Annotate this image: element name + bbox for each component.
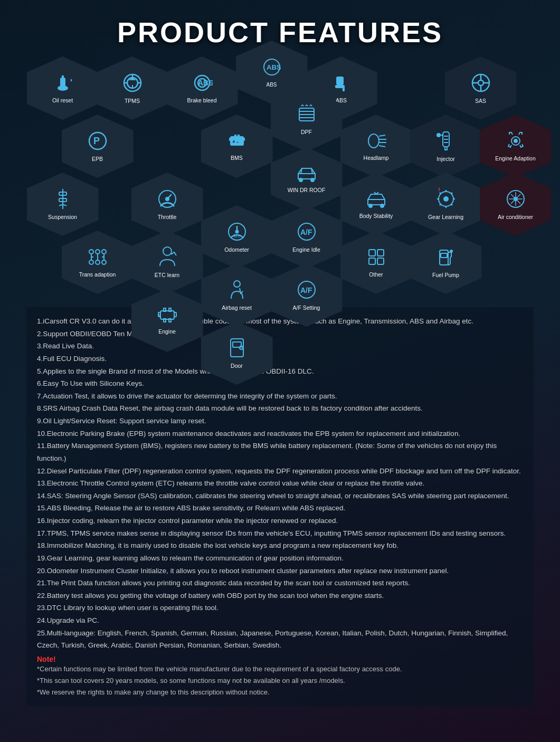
svg-point-72 xyxy=(102,260,106,264)
feature-8: 8.SRS Airbag Crash Data Reset, the airba… xyxy=(37,402,523,415)
hex-throttle[interactable]: Throttle xyxy=(131,173,203,236)
svg-text:ABS: ABS xyxy=(198,79,213,87)
epb-icon: P xyxy=(87,130,109,154)
hex-body-stability-label: Body Stability xyxy=(356,213,396,220)
win-dr-roof-icon xyxy=(296,164,318,185)
svg-point-61 xyxy=(380,204,384,208)
hex-odometer[interactable]: km Odometer xyxy=(201,205,273,269)
hex-abs-label: ABS xyxy=(263,81,280,88)
odometer-icon: km xyxy=(226,221,248,245)
abs-icon: ABS xyxy=(261,56,282,80)
headlamp-icon xyxy=(365,131,387,153)
svg-rect-83 xyxy=(377,258,384,264)
feature-2: 2.Support OBDII/EOBD Ten Modes of Operat… xyxy=(37,328,523,340)
fuel-pump-icon xyxy=(436,246,455,270)
throttle-icon xyxy=(156,188,178,212)
hex-fuel-pump[interactable]: Fuel Pump xyxy=(410,231,482,294)
engine-adaption-icon xyxy=(505,130,526,154)
svg-rect-11 xyxy=(336,77,344,85)
hex-sas[interactable]: SAS xyxy=(445,56,517,120)
seats-icon xyxy=(331,72,352,96)
note-2: *This scan tool covers 20 years models, … xyxy=(37,675,523,687)
hex-win-dr-roof[interactable]: WIN DR ROOF xyxy=(271,147,343,211)
feature-14: 14.SAS: Steering Angle Sensor (SAS) cali… xyxy=(37,490,523,502)
hex-grid-container: Oil reset TPMS xyxy=(27,56,534,305)
svg-point-71 xyxy=(96,260,100,264)
hex-tpms-label: TPMS xyxy=(121,98,143,105)
svg-text:P: P xyxy=(93,136,100,146)
feature-22: 22.Battery test allows you getting the v… xyxy=(37,589,523,602)
feature-9: 9.Oil Light/Service Reset: Support servi… xyxy=(37,415,523,427)
hex-tpms[interactable]: TPMS xyxy=(97,56,168,120)
hex-etc-learn-label: ETC learn xyxy=(151,272,183,279)
feature-11: 11.Battery Management System (BMS), regi… xyxy=(37,440,523,464)
svg-rect-88 xyxy=(164,308,166,311)
hex-throttle-label: Throttle xyxy=(155,214,180,221)
svg-point-67 xyxy=(89,250,93,254)
door-icon xyxy=(227,337,246,361)
hex-engine-idle[interactable]: A/F Engine Idle xyxy=(271,205,343,269)
bms-icon: + - xyxy=(227,131,247,153)
hex-etc-learn[interactable]: ETC learn xyxy=(131,231,203,294)
svg-rect-29 xyxy=(234,135,236,137)
engine-icon xyxy=(156,306,178,327)
svg-point-76 xyxy=(163,247,172,255)
hex-bms-label: BMS xyxy=(227,155,246,162)
hex-brake-bleed[interactable]: ABS Brake bleed xyxy=(166,56,238,120)
svg-rect-94 xyxy=(169,319,171,322)
feature-15: 15.ABS Bleeding, Release the air to rest… xyxy=(37,502,523,515)
hex-odometer-label: Odometer xyxy=(221,246,252,254)
hex-injector[interactable]: Injector xyxy=(410,115,482,178)
feature-25: 25.Multi-language: English, French, Span… xyxy=(37,627,523,652)
hex-oil-reset[interactable]: Oil reset xyxy=(27,56,99,120)
hex-body-stability[interactable]: Body Stability xyxy=(340,173,412,236)
feature-20: 20.Odometer Instrument Cluster Initializ… xyxy=(37,565,523,577)
hex-gear-learning[interactable]: ! Gear Learning xyxy=(410,173,482,236)
hex-door-label: Door xyxy=(227,363,246,370)
feature-13: 13.Electronic Throttle Control system (E… xyxy=(37,477,523,490)
svg-text:!: ! xyxy=(438,188,440,193)
note-heading: Note! xyxy=(37,655,523,663)
af-setting-icon: A/F xyxy=(296,279,318,303)
hex-gear-learning-label: Gear Learning xyxy=(425,214,467,221)
svg-rect-1 xyxy=(60,78,65,88)
tpms-icon xyxy=(121,72,144,96)
hex-headlamp[interactable]: Headlamp xyxy=(340,115,412,178)
hex-other[interactable]: Other xyxy=(340,231,412,294)
feature-19: 19.Gear Learning, gear learning allows t… xyxy=(37,552,523,565)
svg-point-47 xyxy=(514,139,517,142)
body-stability-icon xyxy=(365,189,388,211)
hex-engine-label: Engine xyxy=(155,328,179,336)
feature-4: 4.Full ECU Diagnosis. xyxy=(37,353,523,365)
svg-rect-82 xyxy=(369,258,375,264)
feature-23: 23.DTC Library to lookup when user is op… xyxy=(37,602,523,614)
svg-point-60 xyxy=(368,204,373,208)
svg-point-45 xyxy=(436,133,441,137)
hex-bms[interactable]: + - BMS xyxy=(201,115,273,178)
svg-rect-91 xyxy=(174,312,176,317)
hex-epb[interactable]: P EPB xyxy=(62,115,134,178)
hex-brake-bleed-label: Brake bleed xyxy=(184,97,220,104)
svg-point-68 xyxy=(96,250,100,254)
svg-point-53 xyxy=(166,197,169,201)
svg-point-35 xyxy=(310,178,315,182)
svg-line-40 xyxy=(379,146,385,147)
feature-21: 21.The Print Data function allows you pr… xyxy=(37,577,523,589)
hex-trans-adaption[interactable]: Trans adaption xyxy=(62,231,134,294)
hex-engine-adaption[interactable]: Engine Adaption xyxy=(480,115,552,178)
hex-oil-reset-label: Oil reset xyxy=(49,97,76,104)
hex-dpf-label: DPF xyxy=(298,129,315,136)
svg-point-69 xyxy=(102,250,106,254)
hex-air-conditioner[interactable]: Air conditioner xyxy=(480,173,552,236)
feature-7: 7.Actuation Test, it allows to drive the… xyxy=(37,390,523,403)
svg-rect-87 xyxy=(160,311,174,319)
hex-suspension[interactable]: Suspension xyxy=(27,173,99,236)
svg-point-63 xyxy=(443,196,449,202)
svg-rect-31 xyxy=(229,138,231,141)
svg-rect-81 xyxy=(377,250,384,256)
svg-text:A/F: A/F xyxy=(300,286,312,294)
svg-point-56 xyxy=(235,230,238,233)
svg-rect-13 xyxy=(343,87,345,91)
hex-epb-label: EPB xyxy=(89,156,106,163)
svg-rect-80 xyxy=(369,250,375,256)
